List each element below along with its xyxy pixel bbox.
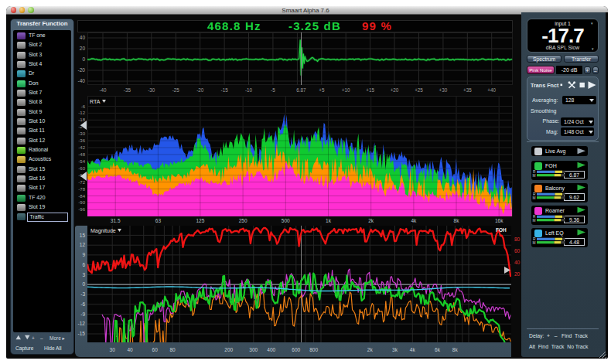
svg-text:-10: -10 — [245, 87, 253, 93]
svg-text:-18: -18 — [78, 117, 85, 122]
svg-text:M: M — [533, 241, 536, 245]
svg-text:12: 12 — [80, 242, 86, 247]
svg-text:+10: +10 — [342, 87, 350, 93]
svg-text:-35: -35 — [124, 87, 131, 93]
svg-text:8k: 8k — [454, 218, 460, 223]
svg-text:-5: -5 — [271, 87, 275, 93]
svg-text:80: 80 — [169, 347, 176, 352]
svg-text:6: 6 — [82, 262, 85, 267]
svg-text:-20: -20 — [196, 87, 204, 93]
svg-text:-36: -36 — [78, 138, 85, 143]
svg-text:20: 20 — [514, 271, 521, 277]
svg-text:4k: 4k — [410, 347, 416, 352]
svg-text:8k: 8k — [452, 347, 459, 352]
svg-text:-42: -42 — [78, 145, 85, 150]
svg-text:63: 63 — [155, 218, 162, 223]
svg-text:-96: -96 — [78, 207, 85, 212]
svg-text:0: 0 — [82, 56, 85, 62]
svg-text:3: 3 — [82, 272, 85, 277]
svg-text:-9: -9 — [80, 311, 85, 317]
svg-text:-25: -25 — [172, 87, 180, 93]
svg-text:-30: -30 — [148, 87, 155, 93]
svg-text:60: 60 — [152, 347, 159, 352]
svg-text:16k: 16k — [495, 218, 503, 223]
svg-text:2k: 2k — [368, 218, 374, 223]
svg-text:80: 80 — [514, 236, 521, 242]
svg-text:RTA: RTA — [90, 99, 101, 104]
svg-text:+20: +20 — [391, 87, 399, 93]
svg-text:-12: -12 — [78, 321, 86, 326]
svg-text:+15: +15 — [366, 87, 374, 93]
svg-text:M: M — [533, 219, 536, 223]
svg-text:20: 20 — [80, 46, 86, 51]
svg-text:+40: +40 — [487, 87, 496, 93]
svg-text:-15: -15 — [78, 331, 86, 336]
svg-text:250: 250 — [239, 218, 247, 223]
svg-text:-90: -90 — [78, 200, 85, 205]
svg-text:-15: -15 — [221, 87, 229, 93]
svg-text:-20: -20 — [78, 67, 86, 73]
svg-text:-84: -84 — [78, 194, 85, 199]
svg-text:400: 400 — [267, 347, 275, 352]
svg-text:40: 40 — [80, 35, 86, 40]
svg-text:FOH: FOH — [496, 227, 507, 233]
svg-text:60: 60 — [514, 248, 521, 253]
svg-text:-72: -72 — [78, 180, 85, 185]
svg-text:15: 15 — [80, 233, 86, 238]
svg-text:Magnitude: Magnitude — [90, 228, 116, 234]
svg-text:600: 600 — [292, 347, 300, 352]
svg-text:200: 200 — [224, 347, 233, 352]
svg-text:-78: -78 — [78, 187, 85, 192]
svg-text:30: 30 — [110, 347, 116, 352]
svg-text:+25: +25 — [415, 87, 423, 93]
svg-text:40: 40 — [514, 260, 521, 265]
svg-text:-3: -3 — [80, 291, 85, 297]
svg-text:6k: 6k — [435, 347, 441, 352]
svg-text:-6: -6 — [81, 104, 86, 109]
svg-text:0: 0 — [82, 281, 85, 287]
svg-text:-54: -54 — [78, 159, 85, 164]
svg-text:-40: -40 — [99, 87, 107, 93]
svg-text:125: 125 — [196, 218, 204, 223]
svg-text:40: 40 — [127, 347, 133, 352]
svg-text:-6: -6 — [80, 301, 85, 307]
svg-text:-60: -60 — [78, 166, 85, 171]
svg-text:+35: +35 — [463, 87, 472, 93]
svg-text:500: 500 — [282, 218, 290, 223]
svg-text:M: M — [533, 174, 536, 178]
svg-text:1k: 1k — [326, 218, 332, 223]
svg-text:6.87: 6.87 — [296, 87, 306, 93]
svg-text:4k: 4k — [411, 218, 417, 223]
svg-text:M: M — [533, 196, 536, 200]
svg-text:-40: -40 — [78, 78, 86, 83]
svg-text:800: 800 — [309, 347, 318, 352]
svg-text:9: 9 — [82, 252, 85, 257]
svg-text:2k: 2k — [367, 347, 374, 352]
svg-text:-12: -12 — [78, 111, 85, 115]
svg-text:+5: +5 — [319, 87, 325, 93]
svg-text:-30: -30 — [78, 131, 85, 136]
svg-text:-48: -48 — [78, 152, 85, 157]
svg-text:300: 300 — [249, 347, 258, 352]
svg-text:+30: +30 — [439, 87, 448, 93]
svg-text:3k: 3k — [392, 347, 398, 352]
svg-text:31.5: 31.5 — [111, 218, 121, 223]
